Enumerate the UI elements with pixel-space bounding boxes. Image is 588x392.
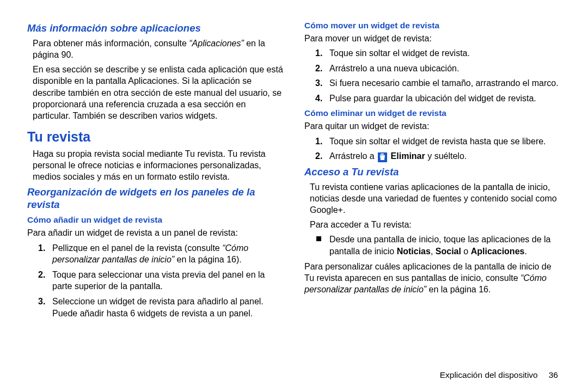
list-item: 1. Pellizque en el panel de la revista (…: [42, 242, 284, 266]
text: en la página 16).: [174, 255, 242, 264]
right-column: Cómo mover un widget de revista Para mov…: [304, 21, 561, 322]
text: Seleccione un widget de revista para aña…: [52, 297, 264, 318]
text: o: [461, 247, 471, 256]
heading-como-anadir: Cómo añadir un widget de revista: [27, 215, 284, 225]
text: en la página 16.: [426, 285, 491, 294]
page-footer: Explicación del dispositivo36: [440, 370, 558, 380]
text: Arrástrelo a: [329, 151, 377, 161]
text: Pellizque en el panel de la revista (con…: [52, 243, 222, 253]
left-column: Más información sobre aplicaciones Para …: [27, 21, 284, 322]
text: Toque sin soltar el widget de revista ha…: [329, 137, 546, 146]
text: Pulse para guardar la ubicación del widg…: [329, 94, 536, 103]
bold-eliminar: Eliminar: [391, 151, 425, 161]
heading-como-mover: Cómo mover un widget de revista: [304, 21, 561, 30]
text: Para personalizar cuáles aplicaciones de…: [304, 262, 552, 283]
para-acceso-desc: Tu revista contiene varias aplicaciones …: [304, 181, 561, 216]
text: .: [524, 247, 526, 256]
two-column-layout: Más información sobre aplicaciones Para …: [27, 21, 561, 322]
list-item: Desde una pantalla de inicio, toque las …: [320, 234, 561, 257]
list-item: 2.Arrástrelo a una nueva ubicación.: [320, 63, 561, 75]
para-acceso-intro: Para acceder a Tu revista:: [304, 219, 561, 230]
text: y suéltelo.: [425, 151, 467, 161]
para-section-desc: En esa sección se describe y se enlista …: [27, 64, 284, 121]
list-item: 2. Arrástrelo a Eliminar y suéltelo.: [320, 150, 561, 162]
bold-aplicaciones: Aplicaciones: [471, 247, 525, 256]
text: Arrástrelo a una nueva ubicación.: [329, 64, 459, 73]
para-mover-intro: Para mover un widget de revista:: [304, 33, 561, 44]
list-item: 1.Toque sin soltar el widget de revista.: [320, 47, 561, 59]
list-number: 2.: [38, 269, 45, 281]
bold-social: Social: [436, 247, 461, 256]
list-mover: 1.Toque sin soltar el widget de revista.…: [304, 47, 561, 104]
list-number: 1.: [315, 47, 322, 59]
list-anadir: 1. Pellizque en el panel de la revista (…: [27, 242, 284, 320]
list-number: 2.: [315, 150, 322, 162]
heading-acceso: Acceso a Tu revista: [304, 166, 561, 178]
bold-noticias: Noticias: [397, 247, 431, 256]
para-personalizar: Para personalizar cuáles aplicaciones de…: [304, 261, 561, 295]
list-number: 4.: [315, 93, 322, 105]
list-number: 3.: [315, 77, 322, 89]
text: ,: [431, 247, 436, 256]
trash-icon: [378, 152, 387, 162]
list-acceso: Desde una pantalla de inicio, toque las …: [304, 234, 561, 257]
list-item: 3.Si fuera necesario cambie el tamaño, a…: [320, 77, 561, 89]
text: Para obtener más información, consulte: [33, 39, 189, 48]
list-number: 3.: [38, 296, 45, 308]
text: Toque para seleccionar una vista previa …: [52, 270, 265, 291]
list-item: 4.Pulse para guardar la ubicación del wi…: [320, 93, 561, 105]
footer-label: Explicación del dispositivo: [440, 370, 538, 379]
list-number: 2.: [315, 63, 322, 75]
list-item: 1. Toque sin soltar el widget de revista…: [320, 136, 561, 148]
para-tu-revista: Haga su propia revista social mediante T…: [27, 148, 284, 182]
list-eliminar: 1. Toque sin soltar el widget de revista…: [304, 136, 561, 162]
ref-aplicaciones: “Aplicaciones”: [189, 39, 246, 48]
list-number: 1.: [38, 242, 45, 254]
para-eliminar-intro: Para quitar un widget de revista:: [304, 120, 561, 132]
text: Si fuera necesario cambie el tamaño, arr…: [329, 78, 559, 88]
para-more-info: Para obtener más información, consulte “…: [27, 38, 284, 60]
text: Toque sin soltar el widget de revista.: [329, 48, 470, 58]
heading-como-eliminar: Cómo eliminar un widget de revista: [304, 108, 561, 118]
heading-more-info: Más información sobre aplicaciones: [27, 22, 284, 34]
para-anadir-intro: Para añadir un widget de revista a un pa…: [27, 227, 284, 238]
list-item: 3. Seleccione un widget de revista para …: [42, 296, 284, 319]
list-item: 2. Toque para seleccionar una vista prev…: [42, 269, 284, 292]
list-number: 1.: [315, 136, 322, 148]
page-number: 36: [549, 370, 558, 379]
heading-reorganizacion: Reorganización de widgets en los paneles…: [27, 186, 284, 211]
heading-tu-revista: Tu revista: [27, 129, 284, 145]
